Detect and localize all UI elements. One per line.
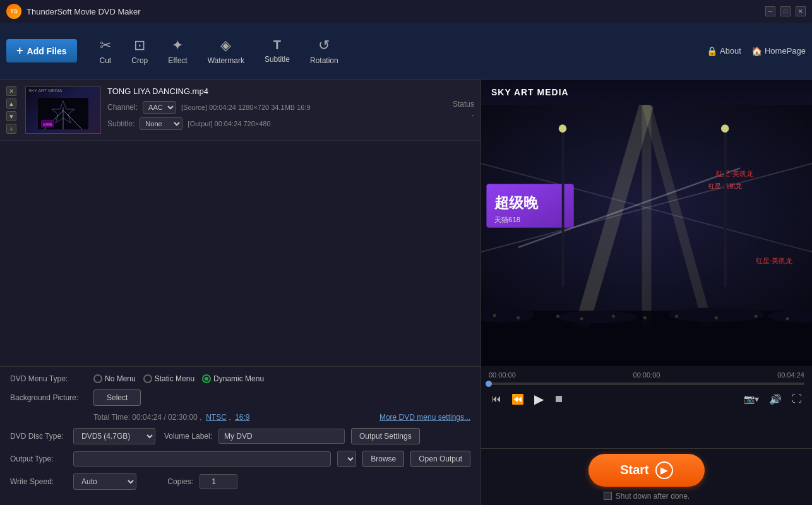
file-list: ✕ ▲ ▼ + SKY ART MEDIA [0,80,481,366]
minimize-button[interactable]: ─ [765,6,775,16]
copies-label: Copies: [143,477,193,486]
time-left: 00:00:00 [489,371,516,379]
crop-icon: ⊡ [134,37,145,54]
toolbar-effect[interactable]: ✦ Effect [158,32,197,70]
write-speed-row: Write Speed: Auto 1x 2x Copies: [10,473,470,490]
add-files-label: Add Files [27,46,67,56]
lock-icon: 🔒 [707,46,717,56]
app-title: ThunderSoft Movie DVD Maker [27,7,765,16]
time-row: 00:00:00 00:00:00 00:04:24 [489,371,804,379]
player-controls: 00:00:00 00:00:00 00:04:24 ⏮ ⏪ ▶ ⏹ 📷▾ 🔊 … [481,366,812,448]
write-speed-label: Write Speed: [10,477,67,486]
add-item-button[interactable]: + [6,124,16,134]
ntsc-link[interactable]: NTSC [206,413,227,422]
step-back-button[interactable]: ⏪ [509,391,527,408]
svg-text:超级晚: 超级晚 [494,195,539,211]
menu-type-row: DVD Menu Type: No Menu Static Menu Dynam… [10,374,470,383]
subtitle-output-meta: [Output] 00:04:24 720×480 [188,120,270,128]
watermark-icon: ◈ [220,37,231,54]
watermark-label: Watermark [208,56,244,65]
shutdown-checkbox[interactable] [604,492,612,500]
toolbar-subtitle[interactable]: T Subtitle [254,33,300,69]
move-down-up-button[interactable]: ▲ [6,98,16,109]
preview-area: SKY ART MEDIA [481,80,812,366]
total-time-row: Total Time: 00:04:24 / 02:30:00 , NTSC ,… [10,412,470,422]
select-button[interactable]: Select [93,389,141,406]
write-speed-select[interactable]: Auto 1x 2x [73,473,136,490]
play-button[interactable]: ▶ [532,389,546,409]
move-down-button[interactable]: ▼ [6,111,16,121]
dynamic-menu-radio[interactable] [202,374,211,383]
svg-point-24 [669,307,764,322]
svg-point-32 [643,316,647,319]
add-files-button[interactable]: + Add Files [6,39,77,62]
toolbar-rotation[interactable]: ↺ Rotation [300,32,349,70]
output-type-select[interactable] [337,451,356,467]
menu-type-radio-group: No Menu Static Menu Dynamic Menu [93,374,264,383]
window-controls: ─ □ ✕ [765,6,806,16]
restore-button[interactable]: □ [780,6,791,16]
volume-label-text: Volume Label: [162,432,212,441]
screenshot-button[interactable]: 📷▾ [741,391,761,407]
toolbar-watermark[interactable]: ◈ Watermark [198,32,254,70]
open-output-button[interactable]: Open Output [410,451,470,467]
volume-button[interactable]: 🔊 [767,391,784,408]
channel-row: Channel: AAC AC3 MP3 [Source] 00:04:24 1… [107,101,417,114]
more-settings-link[interactable]: More DVD menu settings... [379,413,470,422]
status-label: Status [424,100,474,109]
disc-type-select[interactable]: DVD5 (4.7GB) DVD9 (8.5GB) [73,428,155,444]
toolbar-cut[interactable]: ✂ Cut [90,32,122,70]
subtitle-label: Subtitle [265,55,290,64]
toolbar-crop[interactable]: ⊡ Crop [121,32,158,70]
menu-type-label: DVD Menu Type: [10,374,86,383]
svg-rect-39 [724,129,727,287]
output-settings-button[interactable]: Output Settings [351,428,420,444]
file-name: TONG LIYA DANCING.mp4 [107,86,417,96]
homepage-label: HomePage [765,46,806,56]
channel-select[interactable]: AAC AC3 MP3 [143,101,176,114]
preview-content: 超级晚 天猫618 红星·美凯龙 红星·美凯龙 红星·美凯龙 [481,105,812,366]
start-arrow-icon: ▶ [655,461,673,479]
time-right: 00:04:24 [777,371,804,379]
file-move-controls: ✕ ▲ ▼ + [6,86,19,134]
svg-point-27 [493,314,496,317]
background-picture-label: Background Picture: [10,393,86,402]
static-menu-radio[interactable] [143,374,152,383]
svg-point-30 [580,317,583,320]
no-menu-radio[interactable] [93,374,102,383]
main-content: ✕ ▲ ▼ + SKY ART MEDIA [0,80,812,505]
toolbar: + Add Files ✂ Cut ⊡ Crop ✦ Effect ◈ Wate… [0,23,812,80]
dynamic-menu-option[interactable]: Dynamic Menu [202,374,264,383]
stop-button[interactable]: ⏹ [551,391,566,407]
copies-input[interactable] [200,474,237,489]
browse-button[interactable]: Browse [362,451,404,467]
progress-thumb[interactable] [486,381,492,387]
no-menu-option[interactable]: No Menu [93,374,136,383]
subtitle-row: Subtitle: None Custom [Output] 00:04:24 … [107,117,417,130]
ratio-link[interactable]: 16:9 [235,413,249,422]
fullscreen-button[interactable]: ⛶ [789,391,804,407]
skip-back-button[interactable]: ⏮ [489,391,504,407]
crop-label: Crop [131,56,148,65]
home-icon: 🏠 [751,46,762,56]
output-type-input[interactable] [73,451,331,466]
concert-scene: 超级晚 天猫618 红星·美凯龙 红星·美凯龙 红星·美凯龙 [481,105,812,366]
svg-point-29 [556,314,559,318]
plus-icon: + [16,44,23,57]
about-nav[interactable]: 🔒 About [707,46,741,56]
homepage-nav[interactable]: 🏠 HomePage [751,46,806,56]
subtitle-select[interactable]: None Custom [140,117,182,130]
move-up-button[interactable]: ✕ [6,86,16,96]
volume-label-input[interactable] [218,429,345,444]
svg-point-40 [559,124,567,133]
progress-bar[interactable] [489,383,804,385]
thumb-preview: 超级晚 [26,94,100,133]
background-picture-row: Background Picture: Select [10,389,470,406]
close-button[interactable]: ✕ [796,6,806,16]
svg-rect-21 [481,311,812,366]
static-menu-option[interactable]: Static Menu [143,374,194,383]
start-button[interactable]: Start ▶ [588,454,705,487]
subtitle-label: Subtitle: [107,119,134,128]
svg-point-36 [786,317,789,320]
effect-icon: ✦ [172,37,183,54]
